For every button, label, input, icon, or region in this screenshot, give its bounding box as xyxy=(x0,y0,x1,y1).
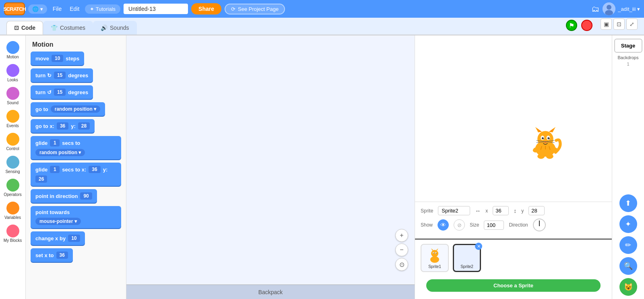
x-label: x xyxy=(485,208,488,214)
project-name-input[interactable] xyxy=(124,4,188,14)
svg-point-28 xyxy=(430,256,439,263)
green-flag-button[interactable]: ⚑ xyxy=(566,20,577,31)
category-sound[interactable]: Sound xyxy=(0,85,25,107)
sprite2-preview xyxy=(457,247,477,264)
sprite1-preview xyxy=(425,247,445,264)
stage-area: Sprite ↔ x ↕ y Show 👁 ⊘ Size Direction xyxy=(415,35,612,299)
tab-bar: ⊡ Code 👕 Costumes 🔊 Sounds ⚑ ▣ ⊡ ⤢ xyxy=(0,18,644,35)
tab-code[interactable]: ⊡ Code xyxy=(6,21,43,35)
show-sprite-button[interactable]: 👁 xyxy=(438,219,449,231)
block-change-x[interactable]: change x by 10 xyxy=(31,231,85,245)
tutorials-button[interactable]: ✦ Tutorials xyxy=(85,4,120,14)
tab-sounds[interactable]: 🔊 Sounds xyxy=(93,21,136,35)
sounds-icon: 🔊 xyxy=(101,25,107,31)
size-input[interactable] xyxy=(484,221,504,230)
sound-circle xyxy=(6,87,19,100)
motion-circle xyxy=(6,41,19,54)
category-control[interactable]: Control xyxy=(0,131,25,153)
hide-sprite-button[interactable]: ⊘ xyxy=(454,219,465,231)
zoom-in-button[interactable]: + xyxy=(395,229,408,242)
stage-resize-controls: ▣ ⊡ ⤢ xyxy=(601,19,638,32)
backpack-bar[interactable]: Backpack xyxy=(126,285,415,299)
y-value-input[interactable] xyxy=(528,206,545,215)
folder-button[interactable]: 🗂 xyxy=(591,4,599,14)
show-label: Show xyxy=(421,222,433,228)
block-go-to-xy[interactable]: go to x: 36 y: 28 xyxy=(31,119,95,133)
sprite-visibility-row: Show 👁 ⊘ Size Direction xyxy=(421,219,606,231)
block-glide-to-xy[interactable]: glide 1 secs to x: 36 y: 26 xyxy=(31,163,121,186)
sprite-name-input[interactable] xyxy=(438,206,470,215)
costumes-icon: 👕 xyxy=(51,25,58,31)
upload-button[interactable]: ⬆ xyxy=(619,194,637,212)
block-go-to[interactable]: go to random position ▾ xyxy=(31,102,105,116)
stage-label[interactable]: Stage xyxy=(614,39,642,53)
sprite-thumb-sprite2[interactable]: ✕ Sprite2 xyxy=(453,244,481,272)
add-sprite-button[interactable]: 😺 xyxy=(619,278,637,296)
stage-canvas xyxy=(415,35,612,202)
choose-sprite-button[interactable]: Choose a Sprite xyxy=(426,279,601,292)
sprite-thumb-sprite1[interactable]: Sprite1 xyxy=(421,244,449,272)
svg-point-23 xyxy=(546,154,553,159)
sprite-list: Sprite1 ✕ Sprite2 Choose a Sprite xyxy=(415,239,612,299)
small-stage-button[interactable]: ▣ xyxy=(601,19,612,30)
sprite-info-panel: Sprite ↔ x ↕ y Show 👁 ⊘ Size Direction xyxy=(415,202,612,239)
see-project-button[interactable]: ⟳ See Project Page xyxy=(225,4,285,14)
execution-controls: ⚑ ▣ ⊡ ⤢ xyxy=(566,19,638,35)
svg-point-11 xyxy=(542,137,544,139)
categories-panel: Motion Looks Sound Events Control Sensin… xyxy=(0,35,26,299)
sensing-circle xyxy=(6,156,19,169)
delete-sprite2-button[interactable]: ✕ xyxy=(475,243,482,250)
category-myblocks[interactable]: My Blocks xyxy=(0,223,25,244)
share-button[interactable]: Share xyxy=(191,3,221,14)
svg-point-12 xyxy=(547,137,549,139)
effects-button[interactable]: ✦ xyxy=(619,215,637,233)
operators-circle xyxy=(6,179,19,192)
normal-stage-button[interactable]: ⊡ xyxy=(613,19,625,30)
right-column: Stage Backdrops 1 ⬆ ✦ ✏ 🔍 😺 xyxy=(612,35,644,299)
category-events[interactable]: Events xyxy=(0,108,25,130)
looks-circle xyxy=(6,64,19,77)
category-sensing[interactable]: Sensing xyxy=(0,154,25,175)
variables-circle xyxy=(6,202,19,214)
block-move[interactable]: move 10 steps xyxy=(31,52,84,65)
category-motion[interactable]: Motion xyxy=(0,39,25,61)
svg-point-33 xyxy=(433,253,434,254)
block-glide-to[interactable]: glide 1 secs to random position ▾ xyxy=(31,136,121,159)
fullscreen-button[interactable]: ⤢ xyxy=(626,19,638,30)
block-turn-cw[interactable]: turn ↻ 15 degrees xyxy=(31,68,93,82)
y-arrow-icon: ↕ xyxy=(514,208,516,214)
file-menu[interactable]: File xyxy=(50,4,64,14)
backdrops-label: Backdrops xyxy=(618,55,639,60)
sprite-info-row: Sprite ↔ x ↕ y xyxy=(421,206,606,215)
user-avatar-area[interactable]: _adit_iii ▾ xyxy=(603,2,640,15)
scratch-cat-sprite xyxy=(527,125,564,161)
sprite-list-container: Sprite1 ✕ Sprite2 Choose a Sprite xyxy=(415,239,612,299)
see-project-icon: ⟳ xyxy=(231,6,235,12)
category-operators[interactable]: Operators xyxy=(0,177,25,198)
block-set-x[interactable]: set x to 36 xyxy=(31,248,73,262)
zoom-out-button[interactable]: − xyxy=(395,243,408,256)
language-button[interactable]: 🌐 ▾ xyxy=(28,4,47,14)
stop-button[interactable] xyxy=(581,20,592,31)
block-point-towards[interactable]: point towards mouse-pointer ▾ xyxy=(31,206,121,228)
backdrops-count: 1 xyxy=(627,62,629,66)
direction-label: Direction xyxy=(509,222,528,228)
search-button[interactable]: 🔍 xyxy=(619,257,637,275)
paint-button[interactable]: ✏ xyxy=(619,236,637,254)
tab-costumes[interactable]: 👕 Costumes xyxy=(43,21,93,35)
svg-point-13 xyxy=(543,138,544,138)
svg-point-27 xyxy=(431,250,438,257)
category-looks[interactable]: Looks xyxy=(0,62,25,84)
block-point-direction[interactable]: point in direction 90 xyxy=(31,189,97,203)
avatar xyxy=(603,2,615,15)
direction-control[interactable] xyxy=(533,219,546,231)
control-circle xyxy=(6,133,19,146)
edit-menu[interactable]: Edit xyxy=(67,4,82,14)
zoom-controls: + − ⊙ xyxy=(395,229,408,271)
x-value-input[interactable] xyxy=(493,206,509,215)
svg-marker-30 xyxy=(436,248,438,251)
category-variables[interactable]: Variables xyxy=(0,200,25,221)
zoom-reset-button[interactable]: ⊙ xyxy=(395,258,408,271)
block-turn-ccw[interactable]: turn ↺ 15 degrees xyxy=(31,85,93,99)
scratch-logo[interactable]: SCRATCH xyxy=(4,2,25,15)
